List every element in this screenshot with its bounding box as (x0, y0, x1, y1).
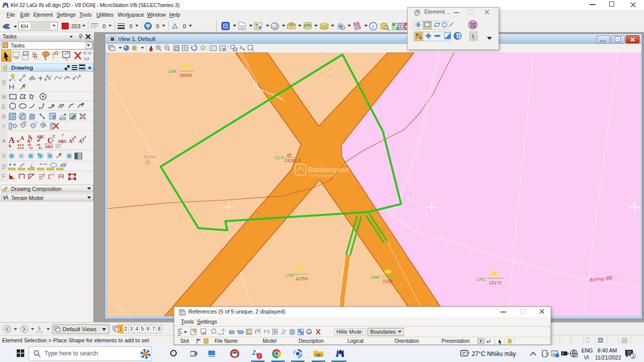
svg-text:R: R (2, 114, 6, 120)
svg-text:15172: 15172 (489, 280, 502, 285)
svg-text:ABC: ABC (46, 145, 53, 148)
svg-text:A: A (2, 138, 6, 144)
svg-text:o: o (37, 152, 39, 156)
svg-text:LNK: LNK (168, 69, 178, 74)
svg-text:Boundaries: Boundaries (370, 329, 396, 335)
svg-text:.com.vn: .com.vn (342, 162, 353, 165)
svg-text:A: A (84, 135, 86, 139)
svg-text:Batdongsan: Batdongsan (308, 166, 349, 174)
svg-text:?: ? (53, 115, 55, 120)
svg-text:24265.0: 24265.0 (284, 158, 301, 163)
svg-text:ABC: ABC (36, 135, 45, 139)
svg-text:δ1: δ1 (29, 146, 33, 150)
svg-text:W: W (2, 94, 7, 100)
svg-text:LNK: LNK (371, 275, 380, 280)
svg-text:Default Views: Default Views (63, 326, 97, 332)
svg-text:3: 3 (43, 173, 45, 176)
svg-text:F: F (2, 174, 5, 179)
svg-text:38994: 38994 (179, 73, 192, 78)
svg-text:δ2: δ2 (38, 146, 42, 150)
svg-text:Q: Q (2, 80, 6, 85)
svg-text:?: ? (35, 121, 37, 126)
svg-text:by PropertyGuru: by PropertyGuru (309, 174, 335, 178)
svg-text:e: e (553, 351, 555, 356)
svg-text:?: ? (62, 133, 64, 138)
svg-text:LNK: LNK (285, 273, 295, 278)
svg-text:7218: 7218 (382, 279, 392, 284)
svg-text:1: 1 (632, 354, 634, 359)
svg-text:11753: 11753 (295, 276, 308, 281)
svg-text:LNC: LNC (477, 277, 486, 282)
svg-text:A2A: A2A (17, 146, 24, 150)
svg-text:E: E (2, 104, 6, 110)
svg-text:KV241: KV241 (144, 154, 156, 159)
svg-text:?: ? (47, 152, 49, 156)
svg-text:A: A (74, 135, 76, 139)
svg-text:T: T (2, 124, 5, 130)
svg-text:A: A (20, 135, 24, 141)
svg-text:i: i (372, 23, 374, 29)
svg-text:D: D (2, 164, 6, 170)
svg-text:S: S (2, 153, 6, 159)
svg-text:C: C (47, 137, 53, 144)
svg-text:2|4: 2|4 (84, 57, 90, 61)
svg-text:CLN: CLN (275, 155, 284, 160)
svg-text:C: C (53, 134, 56, 139)
svg-text:ABC: ABC (58, 139, 67, 144)
svg-text:Hilite Mode:: Hilite Mode: (336, 329, 363, 335)
svg-text:49: 49 (286, 152, 291, 158)
